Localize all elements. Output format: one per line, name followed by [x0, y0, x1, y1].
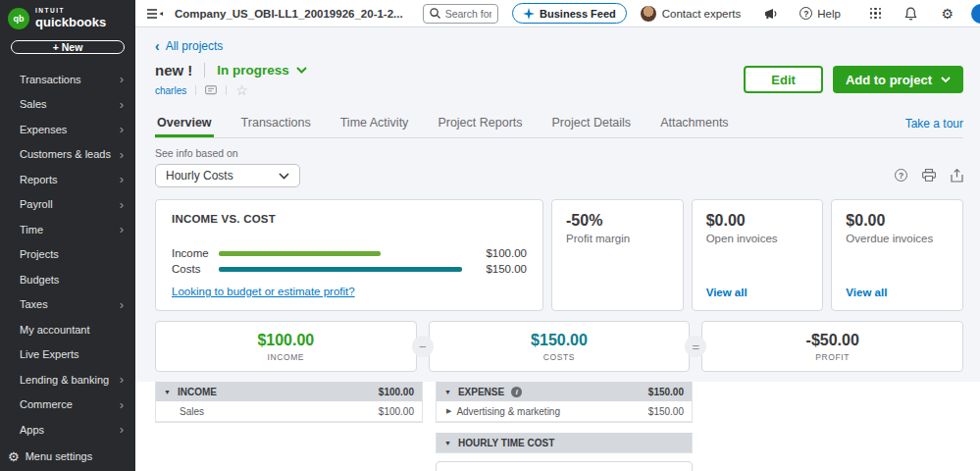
sidebar-item-transactions[interactable]: Transactions›: [0, 67, 135, 92]
tab-time-activity[interactable]: Time Activity: [338, 110, 411, 137]
contact-experts-label: Contact experts: [662, 8, 742, 20]
sidebar-item-taxes[interactable]: Taxes›: [0, 292, 135, 318]
intuit-wordmark: INTUIT: [35, 7, 106, 14]
sidebar-item-label: Sales: [20, 98, 47, 110]
summary-income-label: INCOME: [268, 352, 305, 362]
divider: [204, 63, 205, 78]
collapse-caret-icon: ▼: [444, 440, 451, 446]
customer-link[interactable]: charles: [155, 85, 186, 96]
menu-settings-button[interactable]: ⚙ Menu settings: [0, 443, 135, 471]
table-row[interactable]: Sales $100.00: [156, 401, 422, 422]
tab-attachments[interactable]: Attachments: [658, 110, 730, 137]
profile-avatar[interactable]: [971, 4, 980, 24]
add-to-project-button[interactable]: Add to project: [833, 66, 963, 93]
sidebar-item-apps[interactable]: Apps›: [0, 417, 135, 443]
detail-tables-section: ▼ INCOME $100.00 Sales $100.00: [135, 382, 980, 471]
bar-amount: $100.00: [476, 247, 527, 259]
bell-icon[interactable]: [904, 7, 917, 21]
income-table-header[interactable]: ▼ INCOME $100.00: [156, 382, 422, 401]
open-invoices-view-all-link[interactable]: View all: [706, 287, 748, 298]
row-amount: $100.00: [379, 406, 414, 417]
question-circle-icon[interactable]: ?: [895, 169, 907, 182]
note-icon[interactable]: [205, 85, 217, 96]
sidebar-item-projects[interactable]: Projects: [0, 242, 135, 268]
apps-grid-icon[interactable]: [870, 8, 882, 20]
summary-profit-card: -$50.00 PROFIT: [701, 321, 963, 372]
help-circle-icon: ?: [799, 7, 812, 20]
star-icon[interactable]: ☆: [235, 83, 248, 97]
project-meta: charles ☆: [155, 83, 307, 97]
minus-operator-badge: −: [412, 336, 434, 357]
megaphone-icon[interactable]: [764, 8, 778, 20]
business-feed-button[interactable]: Business Feed: [512, 3, 627, 24]
hamburger-collapse-icon[interactable]: [147, 8, 163, 20]
qb-logo-icon: qb: [8, 8, 29, 29]
tab-project-details[interactable]: Project Details: [550, 110, 634, 137]
sidebar-item-label: Expenses: [20, 124, 67, 135]
open-invoices-card: $0.00 Open invoices View all: [692, 199, 824, 311]
income-bar: [219, 251, 381, 256]
tab-transactions[interactable]: Transactions: [239, 110, 313, 137]
search-icon: [430, 8, 440, 19]
edit-button[interactable]: Edit: [744, 66, 823, 93]
chevron-right-icon: ›: [120, 73, 124, 85]
info-icon[interactable]: i: [511, 387, 522, 397]
summary-costs-card: $150.00 COSTS: [429, 321, 691, 372]
quickbooks-logo: qb INTUIT quickbooks: [0, 0, 135, 29]
search-box[interactable]: [423, 4, 498, 24]
sidebar-item-customers-leads[interactable]: Customers & leads›: [0, 142, 135, 168]
chevron-left-icon: ‹: [155, 39, 160, 53]
info-basis-select[interactable]: Hourly Costs: [155, 164, 300, 187]
sidebar-item-time[interactable]: Time›: [0, 217, 135, 242]
summary-costs-label: COSTS: [543, 352, 575, 362]
status-dropdown[interactable]: In progress: [217, 63, 307, 78]
quickbooks-wordmark: quickbooks: [35, 15, 106, 29]
budget-estimate-link[interactable]: Looking to budget or estimate profit?: [172, 286, 355, 297]
search-input[interactable]: [445, 8, 491, 20]
expense-table-header[interactable]: ▼ EXPENSE i $150.00: [437, 382, 692, 401]
export-icon[interactable]: [951, 169, 963, 183]
sidebar-item-label: Customers & leads: [20, 148, 111, 160]
sidebar: qb INTUIT quickbooks + New Transactions›…: [0, 0, 135, 471]
costs-bar: [219, 267, 462, 272]
chevron-down-icon: [941, 77, 951, 82]
sidebar-item-sales[interactable]: Sales›: [0, 92, 135, 118]
sidebar-item-payroll[interactable]: Payroll›: [0, 192, 135, 218]
divider: [226, 85, 227, 95]
take-a-tour-link[interactable]: Take a tour: [905, 117, 963, 131]
menu-settings-label: Menu settings: [26, 450, 92, 462]
expense-header-label: EXPENSE: [458, 387, 504, 397]
sidebar-item-label: Apps: [20, 424, 44, 436]
gear-icon[interactable]: ⚙: [941, 6, 954, 22]
sidebar-item-reports[interactable]: Reports›: [0, 167, 135, 192]
overdue-invoices-card: $0.00 Overdue invoices View all: [831, 199, 963, 311]
breadcrumb[interactable]: ‹ All projects: [155, 39, 223, 53]
hourly-time-cost-header[interactable]: ▼ HOURLY TIME COST: [437, 433, 692, 452]
contact-experts-button[interactable]: Contact experts: [641, 6, 742, 22]
help-button[interactable]: ? Help: [799, 7, 841, 20]
tab-project-reports[interactable]: Project Reports: [436, 110, 524, 137]
sidebar-item-commerce[interactable]: Commerce›: [0, 392, 135, 418]
chevron-right-icon: ›: [120, 148, 124, 161]
tab-overview[interactable]: Overview: [155, 110, 214, 137]
summary-profit-label: PROFIT: [815, 352, 850, 362]
new-button[interactable]: + New: [11, 40, 125, 54]
sidebar-item-my-accountant[interactable]: My accountant: [0, 317, 135, 342]
chevron-right-icon: ›: [120, 423, 124, 436]
bar-amount: $150.00: [476, 263, 527, 275]
add-to-project-label: Add to project: [846, 73, 932, 87]
help-label: Help: [817, 8, 841, 20]
sidebar-item-expenses[interactable]: Expenses›: [0, 117, 135, 142]
chevron-right-icon: ›: [120, 373, 124, 386]
sidebar-item-live-experts[interactable]: Live Experts: [0, 342, 135, 368]
sidebar-item-lending-banking[interactable]: Lending & banking›: [0, 367, 135, 392]
overdue-invoices-view-all-link[interactable]: View all: [846, 287, 887, 298]
printer-icon[interactable]: [922, 169, 936, 183]
sidebar-item-budgets[interactable]: Budgets: [0, 267, 135, 292]
table-row[interactable]: ▶ Advertising & marketing $150.00: [437, 401, 692, 422]
tabs: Overview Transactions Time Activity Proj…: [155, 110, 963, 138]
card-title: INCOME VS. COST: [172, 213, 527, 225]
company-name[interactable]: Company_US_OBI-LL1_20019926_20-1-2...: [175, 8, 403, 20]
row-amount: $150.00: [648, 406, 684, 417]
chevron-right-icon: ›: [120, 173, 124, 185]
